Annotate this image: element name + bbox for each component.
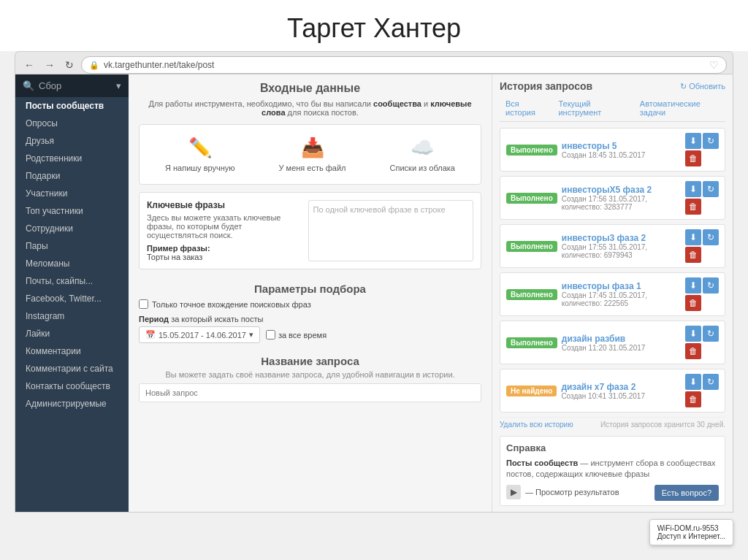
history-item-meta-1: Создан 17:56 31.05.2017, количество: 328… (562, 195, 681, 211)
history-footer: Удалить всю историю История запросов хра… (500, 417, 725, 429)
action-row-top-4: ⬇ ↻ (685, 326, 719, 342)
history-item-name-5[interactable]: дизайн x7 фаза 2 (561, 382, 681, 392)
action-row-bottom-4: 🗑 (685, 343, 719, 359)
справка-text: Посты сообществ — инструмент сбора в соо… (506, 458, 719, 480)
exact-match-checkbox-label[interactable]: Только точное вхождение поисковых фраз (139, 299, 311, 309)
history-item-name-2[interactable]: инвесторы3 фаза 2 (562, 233, 681, 243)
delete-action-btn-3[interactable]: 🗑 (685, 295, 701, 311)
method-manual[interactable]: ✏️ Я напишу вручную (165, 137, 235, 172)
action-row-top-2: ⬇ ↻ (685, 229, 719, 245)
view-results-label: — Просмотр результатов (525, 488, 619, 496)
download-action-btn-4[interactable]: ⬇ (685, 326, 701, 342)
all-time-checkbox-wrap[interactable]: за все время (266, 330, 327, 340)
query-name-section: Название запроса Вы можете задать своё н… (139, 350, 481, 402)
sidebar-item-15[interactable]: Комментарии с сайта (15, 360, 129, 377)
keywords-input[interactable]: По одной ключевой фразе в строке (308, 200, 474, 261)
history-tab-2[interactable]: Автоматические задачи (634, 96, 725, 121)
sidebar-item-11[interactable]: Facebook, Twitter... (15, 290, 129, 307)
exact-match-checkbox[interactable] (139, 299, 148, 309)
download-action-btn-0[interactable]: ⬇ (685, 133, 701, 149)
method-file[interactable]: 📥 У меня есть файл (279, 137, 346, 172)
main-wrapper: 🔍 Сбор ▾ Посты сообществОпросыДрузьяРодс… (15, 74, 733, 513)
forward-button[interactable]: → (42, 58, 58, 72)
history-item-3: Выполнено инвесторы фаза 1 Создан 17:45 … (500, 272, 725, 316)
sidebar-item-5[interactable]: Участники (15, 185, 129, 202)
sidebar-item-10[interactable]: Почты, скайпы... (15, 272, 129, 290)
status-badge-5: Не найдено (506, 386, 557, 396)
sidebar-item-3[interactable]: Родственники (15, 150, 129, 167)
history-item-actions-1: ⬇ ↻ 🗑 (685, 181, 719, 215)
all-time-checkbox[interactable] (266, 330, 275, 340)
left-panel: Входные данные Для работы инструмента, н… (129, 74, 492, 512)
date-picker[interactable]: 📅 15.05.2017 - 14.06.2017 ▾ (139, 326, 260, 343)
keywords-title: Ключевые фразы (147, 200, 302, 210)
refresh-action-btn-2[interactable]: ↻ (703, 229, 719, 245)
sidebar-item-8[interactable]: Пары (15, 237, 129, 255)
sidebar-item-14[interactable]: Комментарии (15, 342, 129, 360)
keywords-placeholder: По одной ключевой фразе в строке (313, 205, 446, 214)
back-button[interactable]: ← (21, 58, 37, 72)
history-item-name-4[interactable]: дизайн разбив (562, 334, 681, 344)
params-title: Параметры подбора (139, 277, 481, 299)
address-bar[interactable]: 🔒 vk.targethunter.net/take/post ♡ (81, 56, 727, 74)
chevron-down-icon2: ▾ (249, 330, 253, 340)
history-header: История запросов ↻ Обновить (500, 80, 725, 92)
refresh-history-btn[interactable]: ↻ Обновить (680, 82, 725, 91)
download-action-btn-3[interactable]: ⬇ (685, 277, 701, 294)
status-badge-3: Выполнено (506, 289, 557, 300)
delete-action-btn-5[interactable]: 🗑 (685, 391, 701, 407)
refresh-button[interactable]: ↻ (62, 58, 77, 72)
keywords-desc: Здесь вы можете указать ключевые фразы, … (147, 213, 302, 239)
history-item-meta-2: Создан 17:55 31.05.2017, количество: 697… (562, 243, 681, 259)
sidebar-item-9[interactable]: Меломаны (15, 255, 129, 272)
history-item-info-2: инвесторы3 фаза 2 Создан 17:55 31.05.201… (562, 233, 681, 259)
favorite-icon: ♡ (709, 59, 719, 71)
refresh-action-btn-0[interactable]: ↻ (703, 133, 719, 149)
history-item-actions-3: ⬇ ↻ 🗑 (685, 277, 719, 311)
sidebar-item-2[interactable]: Друзья (15, 132, 129, 150)
sidebar-item-16[interactable]: Контакты сообществ (15, 377, 129, 395)
history-item-actions-5: ⬇ ↻ 🗑 (685, 374, 719, 407)
delete-action-btn-4[interactable]: 🗑 (685, 343, 701, 359)
delete-history-btn[interactable]: Удалить всю историю (500, 421, 573, 429)
date-range-text: 15.05.2017 - 14.06.2017 (159, 331, 246, 340)
delete-action-btn-2[interactable]: 🗑 (685, 247, 701, 263)
history-item-info-3: инвесторы фаза 1 Создан 17:45 31.05.2017… (562, 281, 681, 307)
keywords-example: Пример фразы: Торты на заказ (147, 244, 302, 261)
sidebar: 🔍 Сбор ▾ Посты сообществОпросыДрузьяРодс… (15, 74, 129, 512)
sidebar-item-12[interactable]: Instagram (15, 307, 129, 325)
action-row-top-0: ⬇ ↻ (685, 133, 719, 149)
query-name-input[interactable] (139, 383, 481, 402)
download-action-btn-1[interactable]: ⬇ (685, 181, 701, 197)
vk-help-button[interactable]: Есть вопрос? (654, 485, 719, 501)
history-item-actions-4: ⬇ ↻ 🗑 (685, 326, 719, 359)
delete-action-btn-1[interactable]: 🗑 (685, 199, 701, 215)
history-tab-0[interactable]: Вся история (500, 96, 552, 121)
sidebar-item-1[interactable]: Опросы (15, 115, 129, 132)
status-badge-2: Выполнено (506, 241, 557, 252)
download-action-btn-5[interactable]: ⬇ (685, 374, 701, 390)
sidebar-item-0[interactable]: Посты сообществ (15, 97, 129, 115)
history-item-name-0[interactable]: инвесторы 5 (562, 141, 681, 151)
sidebar-item-6[interactable]: Топ участники (15, 202, 129, 220)
history-item-0: Выполнено инвесторы 5 Создан 18:45 31.05… (500, 128, 725, 172)
sidebar-item-4[interactable]: Подарки (15, 167, 129, 185)
refresh-action-btn-5[interactable]: ↻ (703, 374, 719, 390)
sidebar-item-17[interactable]: Администрируемые (15, 395, 129, 413)
search-icon: 🔍 (23, 80, 34, 91)
history-title: История запросов (500, 80, 592, 92)
refresh-action-btn-1[interactable]: ↻ (703, 181, 719, 197)
query-name-desc: Вы можете задать своё название запроса, … (139, 370, 481, 379)
refresh-action-btn-4[interactable]: ↻ (703, 326, 719, 342)
history-tab-1[interactable]: Текущий инструмент (552, 96, 633, 121)
sidebar-item-7[interactable]: Сотрудники (15, 220, 129, 237)
status-badge-1: Выполнено (506, 193, 557, 204)
method-cloud[interactable]: ☁️ Списки из облака (390, 137, 455, 172)
history-item-name-1[interactable]: инвесторыX5 фаза 2 (562, 185, 681, 195)
refresh-action-btn-3[interactable]: ↻ (703, 277, 719, 294)
all-time-label: за все время (278, 331, 327, 340)
history-item-name-3[interactable]: инвесторы фаза 1 (562, 281, 681, 291)
download-action-btn-2[interactable]: ⬇ (685, 229, 701, 245)
delete-action-btn-0[interactable]: 🗑 (685, 150, 701, 166)
sidebar-item-13[interactable]: Лайки (15, 325, 129, 342)
